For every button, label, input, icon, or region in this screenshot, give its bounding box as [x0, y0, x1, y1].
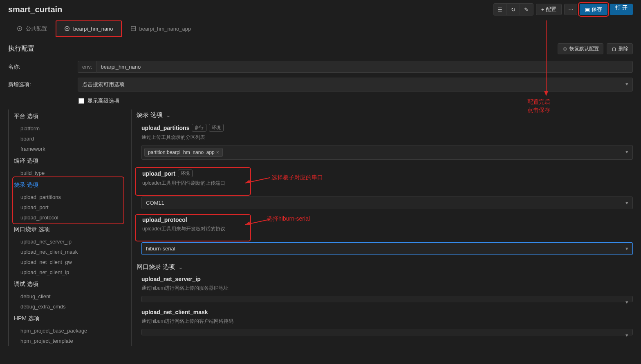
partitions-input[interactable]: partition:bearpi_hm_nano_app ×	[141, 145, 633, 160]
target-icon	[17, 26, 22, 31]
svg-point-7	[565, 48, 566, 49]
sidebar-item-framework[interactable]: framework	[14, 144, 123, 154]
refresh-icon[interactable]: ↻	[507, 4, 520, 15]
main-layout: 平台 选项 platform board framework 编译 选项 bui…	[0, 108, 641, 348]
edit-icon[interactable]: ✎	[520, 4, 533, 15]
advanced-checkbox[interactable]	[78, 98, 84, 104]
net-server-ip-input[interactable]	[141, 296, 633, 302]
net-server-ip-block: upload_net_server_ip 通过hiburn进行网络上传的服务器I…	[137, 276, 633, 309]
delete-button[interactable]: 删除	[607, 43, 633, 54]
tab-bearpi-hm-nano-app[interactable]: bearpi_hm_nano_app	[122, 20, 200, 37]
partition-icon	[130, 26, 136, 31]
name-prefix: env:	[78, 61, 96, 73]
net-client-mask-input[interactable]	[141, 329, 633, 335]
sidebar: 平台 选项 platform board framework 编译 选项 bui…	[8, 109, 123, 346]
sidebar-item-net-client-ip[interactable]: upload_net_client_ip	[14, 267, 123, 277]
annotation-protocol-note: 选择hiburn-serial	[267, 215, 310, 223]
upload-protocol-input[interactable]: hiburn-serial	[141, 242, 633, 255]
restore-button[interactable]: 恢复默认配置	[558, 43, 603, 54]
badge-env: 环境	[178, 170, 193, 177]
sidebar-item-platform[interactable]: platform	[14, 123, 123, 134]
save-icon: ▣	[585, 7, 590, 13]
option-desc: 通过上传工具烧录的分区列表	[141, 132, 633, 145]
tabs: 公共配置 bearpi_hm_nano bearpi_hm_nano_app	[0, 20, 641, 37]
target-icon	[562, 46, 568, 52]
sidebar-section-hpm[interactable]: HPM 选项	[14, 312, 123, 326]
page-title: smart_curtain	[8, 5, 62, 14]
section-actions: 恢复默认配置 删除	[558, 43, 633, 54]
svg-point-1	[19, 28, 20, 29]
upload-partitions-block: upload_partitions 多行 环境 通过上传工具烧录的分区列表 pa…	[137, 124, 633, 166]
upload-port-input[interactable]: COM11	[141, 197, 633, 209]
filter-icon[interactable]: ☰	[494, 4, 507, 15]
content: 烧录 选项 upload_partitions 多行 环境 通过上传工具烧录的分…	[131, 109, 633, 346]
annotation-save-note: 配置完后 点击保存	[527, 98, 550, 114]
trash-icon	[611, 46, 617, 52]
sidebar-section-platform[interactable]: 平台 选项	[14, 109, 123, 123]
net-client-mask-block: upload_net_client_mask 通过hiburn进行网络上传的客户…	[137, 309, 633, 342]
tab-public-config[interactable]: 公共配置	[8, 20, 56, 37]
name-label: 名称:	[8, 63, 78, 71]
tab-bearpi-hm-nano[interactable]: bearpi_hm_nano	[56, 20, 122, 37]
sidebar-item-board[interactable]: board	[14, 134, 123, 144]
target-icon	[64, 26, 70, 31]
sidebar-section-build[interactable]: 编译 选项	[14, 154, 123, 168]
chip-remove-icon[interactable]: ×	[216, 150, 219, 155]
name-input[interactable]	[96, 61, 633, 73]
save-button[interactable]: ▣ 保存	[580, 4, 607, 15]
toolbar-group: ☰ ↻ ✎	[493, 3, 533, 16]
option-name-net-client-mask: upload_net_client_mask	[141, 309, 633, 315]
option-name-net-server-ip: upload_net_server_ip	[141, 276, 633, 282]
open-button[interactable]: 打 开	[610, 4, 633, 15]
sidebar-item-debug-client[interactable]: debug_client	[14, 291, 123, 301]
new-option-row: 新增选项: 点击搜索可用选项	[0, 75, 641, 94]
option-desc: uploader工具用于固件刷新的上传端口	[142, 177, 249, 191]
sidebar-item-upload-protocol[interactable]: upload_protocol	[14, 212, 123, 223]
sidebar-item-net-client-gw[interactable]: upload_net_client_gw	[14, 257, 123, 267]
plus-icon: +	[541, 7, 545, 13]
option-name-upload-protocol: upload_protocol	[142, 217, 249, 223]
upload-protocol-block: upload_protocol uploader工具用来与开发板对话的协议	[137, 217, 249, 239]
section-title-text: 执行配置	[8, 45, 34, 53]
sidebar-section-debug[interactable]: 调试 选项	[14, 277, 123, 291]
toolbar: ☰ ↻ ✎ + 配置 ⋯ ▣ 保存 打 开	[493, 3, 633, 16]
svg-point-3	[66, 28, 68, 29]
sidebar-item-build-type[interactable]: build_type	[14, 168, 123, 178]
option-desc: 通过hiburn进行网络上传的客户端网络掩码	[141, 315, 633, 329]
config-button[interactable]: + 配置	[536, 4, 562, 15]
sidebar-item-net-server-ip[interactable]: upload_net_server_ip	[14, 237, 123, 247]
name-row: 名称: env:	[0, 58, 641, 75]
annotation-port-note: 选择板子对应的串口	[271, 174, 323, 182]
sidebar-item-hpm-template[interactable]: hpm_project_template	[14, 336, 123, 346]
sidebar-upload-highlight: 烧录 选项 upload_partitions upload_port uplo…	[14, 178, 123, 223]
advanced-label: 显示高级选项	[87, 97, 119, 105]
badge-env: 环境	[209, 124, 224, 132]
option-desc: 通过hiburn进行网络上传的服务器IP地址	[141, 282, 633, 296]
upload-protocol-highlight: upload_protocol uploader工具用来与开发板对话的协议	[137, 216, 249, 240]
sidebar-item-debug-extra-cmds[interactable]: debug_extra_cmds	[14, 301, 123, 312]
header: smart_curtain ☰ ↻ ✎ + 配置 ⋯ ▣ 保存 打 开	[0, 0, 641, 17]
sidebar-item-net-client-mask[interactable]: upload_net_client_mask	[14, 247, 123, 257]
search-input[interactable]: 点击搜索可用选项	[78, 78, 633, 92]
section-header: 执行配置 恢复默认配置 删除	[0, 37, 641, 58]
upload-port-block: upload_port 环境 uploader工具用于固件刷新的上传端口	[137, 170, 249, 193]
sidebar-section-upload[interactable]: 烧录 选项	[14, 178, 123, 192]
option-desc: uploader工具用来与开发板对话的协议	[142, 223, 249, 237]
sidebar-item-upload-partitions[interactable]: upload_partitions	[14, 192, 123, 202]
upload-group-title[interactable]: 烧录 选项	[137, 109, 633, 124]
more-icon[interactable]: ⋯	[564, 4, 577, 15]
new-option-label: 新增选项:	[8, 81, 78, 88]
badge-multiline: 多行	[192, 124, 206, 132]
chevron-down-icon	[166, 112, 171, 118]
chevron-down-icon	[178, 264, 183, 270]
net-upload-group-title[interactable]: 网口烧录 选项	[137, 261, 633, 276]
option-name-upload-port: upload_port 环境	[142, 170, 249, 177]
option-name-upload-partitions: upload_partitions 多行 环境	[141, 124, 633, 132]
partition-chip[interactable]: partition:bearpi_hm_nano_app ×	[144, 148, 223, 157]
upload-port-highlight: upload_port 环境 uploader工具用于固件刷新的上传端口	[137, 169, 249, 194]
sidebar-item-upload-port[interactable]: upload_port	[14, 202, 123, 212]
sidebar-section-net-upload[interactable]: 网口烧录 选项	[14, 223, 123, 237]
sidebar-item-hpm-base[interactable]: hpm_project_base_package	[14, 326, 123, 336]
